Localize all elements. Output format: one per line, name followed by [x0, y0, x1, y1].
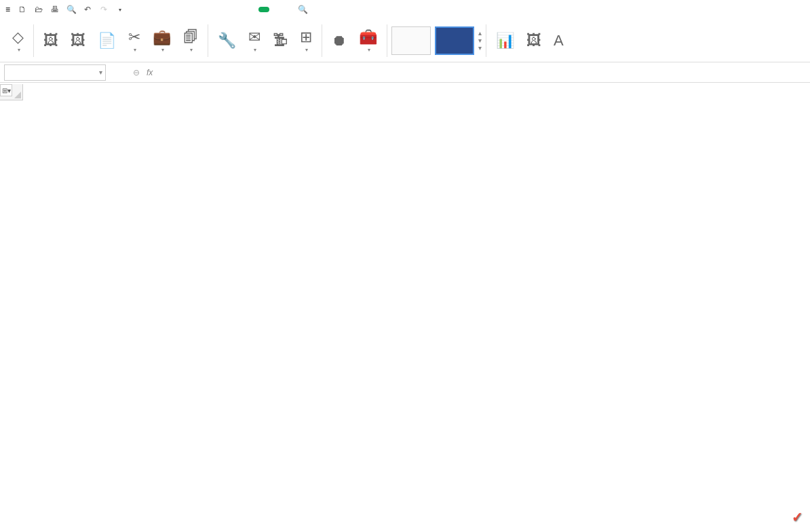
column-headers	[23, 84, 810, 100]
menu-tabs	[139, 7, 284, 12]
screenshot-ocr-button[interactable]: ✂▾	[123, 28, 146, 53]
autofill-options-icon[interactable]: ⊞▾	[0, 84, 12, 96]
cancel-icon[interactable]: ⊖	[133, 68, 140, 77]
quick-tools-button[interactable]: 🧰▾	[353, 28, 383, 53]
screen-record-button[interactable]: ⏺	[326, 31, 352, 50]
table-features-button[interactable]: ⊞▾	[294, 28, 317, 53]
export-pdf-button[interactable]: 📄	[92, 31, 121, 50]
template-thumbnails	[391, 26, 474, 55]
tab-review[interactable]	[214, 7, 216, 12]
name-box[interactable]: ▾	[4, 64, 106, 81]
redo-icon[interactable]: ↷	[98, 4, 109, 15]
preview-icon[interactable]: 🔍	[66, 4, 77, 15]
batch-tools-button[interactable]: 💼▾	[147, 28, 176, 53]
menu-bar: ≡ 🗋 🗁 🖶 🔍 ↶ ↷ ▾ 🔍	[0, 0, 810, 19]
image-to-text-button[interactable]: 🖼	[65, 31, 91, 50]
search-icon: 🔍	[298, 5, 308, 14]
file-slim-button[interactable]: 🗜	[267, 31, 293, 50]
file-menu[interactable]: ≡	[5, 5, 12, 14]
tab-formula[interactable]	[184, 7, 187, 12]
picture-button[interactable]: 🖼	[521, 31, 547, 50]
open-icon[interactable]: 🗁	[33, 4, 44, 15]
tab-view[interactable]	[229, 7, 231, 12]
tab-data[interactable]	[199, 7, 201, 12]
formula-bar: ▾ ⊖ fx	[0, 62, 810, 83]
export-image-button[interactable]: 🖼	[38, 31, 64, 50]
dropdown-icon[interactable]: ▾	[115, 4, 126, 15]
ribbon: ◇▾ 🖼 🖼 📄 ✂▾ 💼▾ 🗐▾ 🔧 ✉▾ 🗜 ⊞▾ ⏺ 🧰▾ ▴▾▾ 📊 🖼…	[0, 19, 810, 62]
fx-icon[interactable]: fx	[147, 68, 153, 77]
grid-area[interactable]	[23, 100, 810, 532]
watermark: ✓	[789, 509, 803, 525]
chart-button[interactable]: 📊	[490, 31, 520, 50]
thumb-nav[interactable]: ▴▾▾	[478, 29, 482, 52]
check-icon: ✓	[792, 509, 803, 525]
tab-dev[interactable]	[244, 7, 246, 12]
template-thumb-1[interactable]	[391, 26, 431, 55]
tab-start[interactable]	[139, 7, 142, 12]
export-convert-button[interactable]: 🗐▾	[178, 28, 204, 53]
tab-insert[interactable]	[154, 7, 157, 12]
mass-send-button[interactable]: ✉▾	[243, 28, 266, 53]
spreadsheet: ⊞▾	[0, 84, 810, 532]
text-button[interactable]: A	[548, 31, 569, 50]
save-icon[interactable]: 🗋	[17, 4, 28, 15]
template-thumb-2[interactable]	[435, 26, 474, 55]
print-icon[interactable]: 🖶	[50, 4, 60, 15]
row-headers	[0, 100, 23, 532]
svg-marker-0	[14, 92, 21, 98]
search-box[interactable]: 🔍	[298, 5, 311, 14]
vip-service-button[interactable]: ◇▾	[7, 28, 29, 53]
tab-layout[interactable]	[169, 7, 172, 12]
undo-icon[interactable]: ↶	[82, 4, 93, 15]
tab-daoke[interactable]	[282, 7, 284, 12]
smart-toolbox-button[interactable]: 🔧	[212, 31, 242, 50]
chevron-down-icon[interactable]: ▾	[99, 69, 102, 76]
tab-vip[interactable]	[258, 7, 269, 12]
